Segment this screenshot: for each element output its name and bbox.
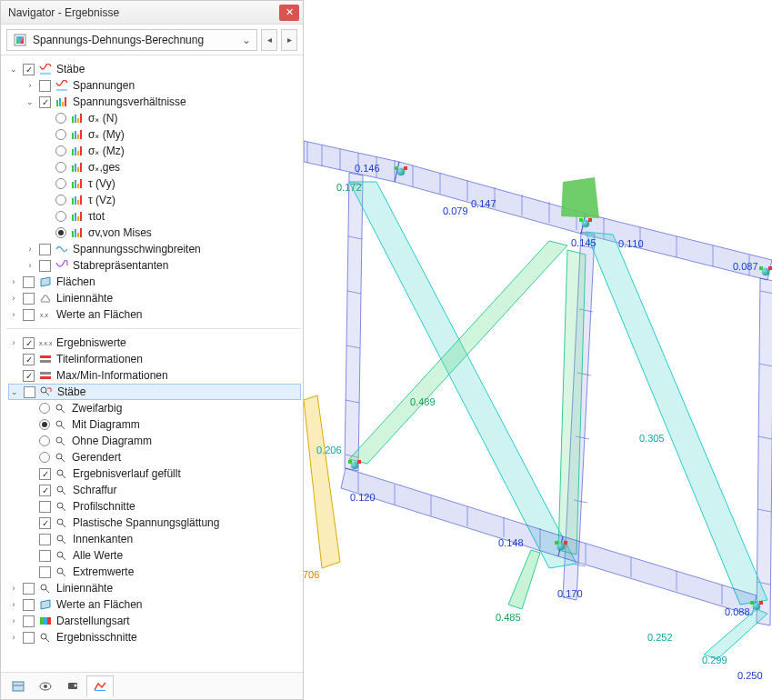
checkbox[interactable] [39, 244, 51, 255]
expand-icon[interactable]: › [8, 337, 19, 348]
radio[interactable] [55, 129, 66, 140]
tree-item-schraffur[interactable]: Schraffur [25, 482, 301, 498]
tab-results-button[interactable] [86, 675, 114, 697]
checkbox[interactable] [39, 485, 51, 496]
checkbox[interactable] [23, 583, 35, 595]
tree-item-schwingbreiten[interactable]: › Spannungsschwingbreiten [25, 241, 301, 257]
radio[interactable] [55, 162, 66, 173]
expand-icon[interactable]: › [8, 583, 19, 594]
tree-item-tau-vz[interactable]: τ (Vz) [41, 192, 301, 208]
tab-display-button[interactable] [32, 675, 59, 697]
tree-item-gerendert[interactable]: Gerendert [25, 449, 301, 465]
tree-item-titel[interactable]: Titelinformationen [8, 351, 301, 367]
navigator-tree[interactable]: ⌄ Stäbe › Spannungen [1, 55, 303, 672]
checkbox[interactable] [23, 615, 35, 627]
expand-icon[interactable]: › [8, 309, 19, 320]
tab-views-button[interactable] [59, 675, 86, 697]
checkbox[interactable] [23, 354, 35, 365]
checkbox[interactable] [23, 293, 35, 305]
expand-icon[interactable]: › [25, 260, 35, 271]
radio[interactable] [39, 419, 50, 430]
checkbox[interactable] [23, 64, 35, 75]
tree-item-sigma-mises[interactable]: σv,von Mises [41, 225, 301, 241]
radio[interactable] [55, 195, 66, 205]
checkbox[interactable] [23, 337, 35, 349]
tree-item-display-liniennaehte[interactable]: ›Liniennähte [8, 580, 301, 596]
tree-item-ergebnisverlauf[interactable]: Ergebnisverlauf gefüllt [25, 465, 301, 482]
radio[interactable] [39, 435, 50, 446]
next-addon-button[interactable]: ▸ [281, 29, 297, 51]
tree-item-ergebnisschnitte[interactable]: ›Ergebnisschnitte [8, 629, 301, 645]
radio[interactable] [55, 113, 66, 124]
tree-item-ergebniswerte[interactable]: ›x.x.xErgebniswerte [8, 335, 301, 351]
tree-item-spannungen[interactable]: › Spannungen [25, 77, 301, 94]
expand-icon[interactable]: › [8, 632, 19, 643]
checkbox[interactable] [23, 599, 35, 611]
expand-icon[interactable]: › [8, 276, 19, 287]
checkbox[interactable] [23, 632, 35, 644]
addon-dropdown[interactable]: Spannungs-Dehnungs-Berechnung ⌄ [6, 29, 257, 51]
tree-item-sigma-ges[interactable]: σₓ,ges [41, 159, 301, 175]
tree-item-darstellungsart[interactable]: ›Darstellungsart [8, 613, 301, 629]
collapse-icon[interactable]: ⌄ [25, 96, 35, 107]
expand-icon[interactable]: › [8, 293, 19, 304]
tree-item-tau-vy[interactable]: τ (Vy) [41, 175, 301, 192]
tree-item-staebe[interactable]: ⌄ Stäbe [8, 61, 301, 77]
tree-item-innenkanten[interactable]: Innenkanten [25, 531, 301, 547]
radio[interactable] [39, 452, 50, 463]
checkbox[interactable] [39, 534, 51, 545]
tree-item-mit-diagramm[interactable]: Mit Diagramm [25, 416, 301, 433]
tree-item-tau-tot[interactable]: τtot [41, 208, 301, 225]
checkbox[interactable] [39, 517, 51, 529]
checkbox[interactable] [39, 566, 51, 578]
svg-rect-8 [75, 115, 76, 123]
tree-item-plastische[interactable]: Plastische Spannungsglättung [25, 515, 301, 531]
radio[interactable] [55, 211, 66, 222]
expand-icon[interactable]: › [8, 599, 19, 610]
expand-icon[interactable]: › [25, 80, 35, 91]
close-button[interactable]: ✕ [279, 5, 299, 21]
tab-data-button[interactable] [5, 675, 32, 697]
checkbox[interactable] [39, 80, 51, 92]
tree-item-zweifarbig[interactable]: Zweifarbig [25, 400, 301, 416]
checkbox[interactable] [23, 276, 35, 288]
ratio-icon [70, 194, 85, 206]
tree-item-stabrepraesentanten[interactable]: › Stabrepräsentanten [25, 257, 301, 274]
radio[interactable] [39, 403, 50, 414]
checkbox[interactable] [23, 370, 35, 382]
svg-rect-25 [77, 184, 79, 188]
radio[interactable] [55, 145, 66, 156]
expand-icon[interactable]: › [8, 615, 19, 626]
collapse-icon[interactable]: ⌄ [9, 386, 20, 397]
tree-item-liniennaehte[interactable]: ›Liniennähte [8, 290, 301, 306]
tree-item-spannungsverhaeltnisse[interactable]: ⌄ Spannungsverhältnisse [25, 94, 301, 110]
tree-item-display-werte-flaechen[interactable]: ›Werte an Flächen [8, 596, 301, 613]
model-viewport[interactable]: 0.1460.1720.0790.1470.1450.1100.0870.305… [304, 0, 772, 700]
tree-item-ohne-diagramm[interactable]: Ohne Diagramm [25, 433, 301, 449]
checkbox[interactable] [39, 550, 51, 562]
checkbox[interactable] [24, 386, 35, 398]
radio[interactable] [55, 178, 66, 189]
tree-item-sigma-mz[interactable]: σₓ (Mz) [41, 143, 301, 159]
tree-item-alle-werte[interactable]: Alle Werte [25, 547, 301, 564]
tree-item-profilschnitte[interactable]: Profilschnitte [25, 498, 301, 515]
tree-item-display-staebe[interactable]: ⌄ Stäbe [8, 384, 301, 400]
tree-item-maxmin[interactable]: Max/Min-Informationen [8, 367, 301, 384]
tree-item-sigma-n[interactable]: σₓ (N) [41, 110, 301, 126]
checkbox[interactable] [39, 96, 51, 108]
svg-rect-30 [80, 195, 82, 205]
checkbox[interactable] [39, 501, 51, 513]
tree-item-extremwerte[interactable]: Extremwerte [25, 564, 301, 580]
checkbox[interactable] [39, 260, 51, 272]
result-value-label: 0.206 [316, 445, 342, 455]
expand-icon[interactable]: › [25, 244, 35, 255]
radio[interactable] [55, 227, 66, 238]
checkbox[interactable] [39, 468, 51, 480]
tree-item-sigma-my[interactable]: σₓ (My) [41, 126, 301, 143]
prev-addon-button[interactable]: ◂ [261, 29, 277, 51]
tree-item-flaechen[interactable]: ›Flächen [8, 274, 301, 290]
checkbox[interactable] [23, 309, 35, 321]
collapse-icon[interactable]: ⌄ [8, 64, 19, 75]
settings-icon [55, 516, 69, 529]
tree-item-werte-flaechen[interactable]: ›x.xWerte an Flächen [8, 306, 301, 323]
